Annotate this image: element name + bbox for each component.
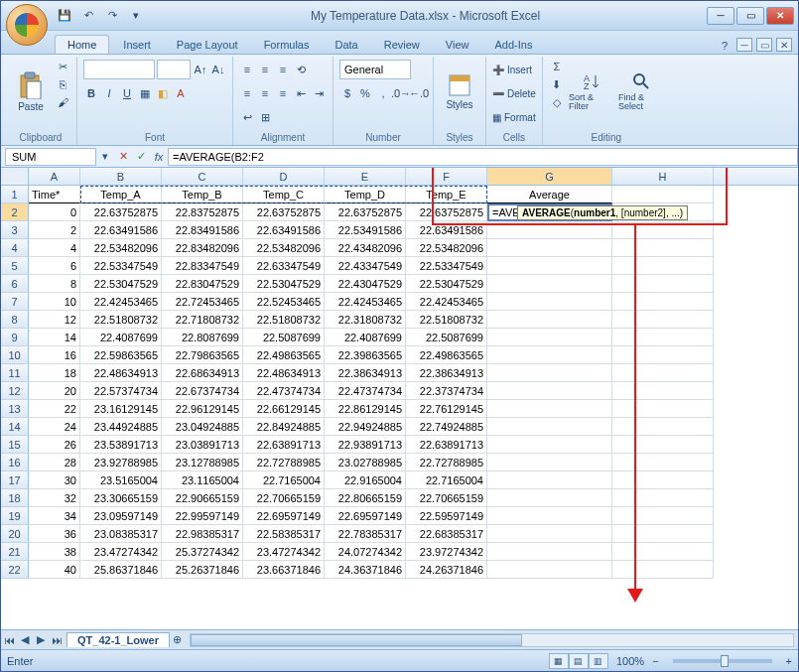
col-header-B[interactable]: B [80, 168, 162, 185]
cell[interactable] [487, 293, 612, 311]
cell[interactable]: 22.4087699 [325, 329, 406, 346]
qat-dropdown-icon[interactable]: ▾ [126, 6, 146, 26]
cell[interactable]: 22.99597149 [162, 507, 243, 525]
bold-button[interactable]: B [83, 85, 99, 101]
page-layout-view-icon[interactable]: ▤ [569, 653, 589, 669]
cell[interactable]: 10 [29, 293, 80, 311]
cell[interactable] [487, 471, 612, 489]
horizontal-scrollbar[interactable] [190, 633, 794, 647]
fx-icon[interactable]: fx [150, 148, 168, 166]
increase-decimal-icon[interactable]: .0→ [393, 85, 409, 101]
cell[interactable]: Temp_A [80, 186, 162, 203]
cell[interactable]: 25.26371846 [162, 561, 243, 579]
cell[interactable]: 22.83347549 [162, 257, 243, 275]
cell[interactable] [612, 221, 714, 239]
cell[interactable]: 22.57374734 [80, 382, 162, 400]
orientation-icon[interactable]: ⟲ [293, 62, 309, 77]
cell[interactable]: 23.02788985 [325, 454, 406, 471]
page-break-view-icon[interactable]: ▥ [589, 653, 608, 669]
cell[interactable]: 22.67374734 [162, 382, 243, 400]
percent-icon[interactable]: % [357, 85, 373, 101]
row-header[interactable]: 9 [1, 329, 29, 346]
office-button[interactable] [6, 4, 48, 46]
cell[interactable]: 22.47374734 [243, 382, 325, 400]
cell[interactable]: 22.42453465 [325, 293, 406, 311]
cell[interactable]: 22.48634913 [243, 364, 325, 382]
cell[interactable]: 26 [29, 436, 80, 454]
normal-view-icon[interactable]: ▦ [549, 653, 569, 669]
row-header[interactable]: 4 [1, 239, 29, 257]
cell[interactable]: 16 [29, 346, 80, 364]
cell[interactable] [487, 329, 612, 346]
font-name-combo[interactable] [83, 60, 155, 79]
fill-icon[interactable]: ⬇ [549, 76, 565, 92]
cell[interactable]: 23.97274342 [406, 543, 487, 561]
cell[interactable]: 23.16129145 [80, 400, 162, 418]
decrease-decimal-icon[interactable]: ←.0 [411, 85, 427, 101]
cell[interactable] [612, 418, 714, 436]
select-all-corner[interactable] [1, 168, 29, 185]
cell[interactable] [612, 489, 714, 507]
cell[interactable]: Temp_C [243, 186, 325, 203]
cell[interactable]: 22.42453465 [80, 293, 162, 311]
tab-data[interactable]: Data [323, 36, 369, 54]
cell[interactable]: 25.86371846 [80, 561, 162, 579]
cell[interactable] [612, 257, 714, 275]
fill-color-icon[interactable]: ◧ [155, 85, 171, 101]
cell[interactable]: 22.63891713 [406, 436, 487, 454]
cell[interactable]: 22.90665159 [162, 489, 243, 507]
cancel-formula-icon[interactable]: ✕ [114, 148, 132, 166]
tab-page-layout[interactable]: Page Layout [165, 36, 250, 54]
col-header-H[interactable]: H [612, 168, 714, 185]
cell[interactable] [612, 507, 714, 525]
cell[interactable]: 22.48634913 [80, 364, 162, 382]
row-header[interactable]: 10 [1, 346, 29, 364]
cell[interactable]: 8 [29, 275, 80, 293]
paste-button[interactable]: Paste [11, 59, 51, 124]
enter-formula-icon[interactable]: ✓ [132, 148, 150, 166]
cell[interactable]: 22.53482096 [80, 239, 162, 257]
cell[interactable]: 22.70665159 [406, 489, 487, 507]
cell[interactable]: 22.43047529 [325, 275, 406, 293]
zoom-thumb[interactable] [721, 655, 729, 667]
zoom-slider[interactable] [673, 659, 772, 663]
redo-icon[interactable]: ↷ [102, 6, 122, 26]
cell[interactable]: 23.03891713 [162, 436, 243, 454]
cell[interactable] [612, 561, 714, 579]
cell[interactable] [612, 311, 714, 329]
zoom-out-icon[interactable]: − [652, 655, 658, 667]
name-box[interactable]: SUM [5, 148, 96, 166]
row-header[interactable]: 19 [1, 507, 29, 525]
cell[interactable]: 22.72453465 [162, 293, 243, 311]
cell[interactable] [612, 543, 714, 561]
new-sheet-icon[interactable]: ⊕ [170, 632, 186, 648]
cell[interactable] [487, 436, 612, 454]
cell[interactable]: 22.53482096 [243, 239, 325, 257]
cell[interactable]: 22.4087699 [80, 329, 162, 346]
mdi-close[interactable]: ✕ [776, 38, 792, 52]
cell[interactable] [487, 346, 612, 364]
cell[interactable]: 23.5165004 [80, 471, 162, 489]
find-select-button[interactable]: Find & Select [618, 59, 664, 124]
sheet-tab-active[interactable]: QT_42-1_Lower [67, 632, 170, 647]
cell[interactable]: 22.63752875 [406, 203, 487, 221]
tab-home[interactable]: Home [55, 35, 109, 54]
row-header[interactable]: 7 [1, 293, 29, 311]
cell[interactable]: 18 [29, 364, 80, 382]
cell[interactable] [487, 257, 612, 275]
cell[interactable]: 38 [29, 543, 80, 561]
cell[interactable]: 23.08385317 [80, 525, 162, 543]
cell[interactable]: 22.74924885 [406, 418, 487, 436]
cell[interactable]: 23.47274342 [80, 543, 162, 561]
row-header[interactable]: 18 [1, 489, 29, 507]
cell[interactable]: 22.63752875 [325, 203, 406, 221]
cell[interactable]: 22.49863565 [406, 346, 487, 364]
format-painter-icon[interactable]: 🖌 [55, 94, 70, 110]
cell[interactable]: 22.68634913 [162, 364, 243, 382]
cell[interactable]: 12 [29, 311, 80, 329]
cell[interactable]: 22.42453465 [406, 293, 487, 311]
cell[interactable]: 23.30665159 [80, 489, 162, 507]
cell[interactable]: 22.78385317 [325, 525, 406, 543]
cell[interactable]: 22.43482096 [325, 239, 406, 257]
row-header[interactable]: 5 [1, 257, 29, 275]
